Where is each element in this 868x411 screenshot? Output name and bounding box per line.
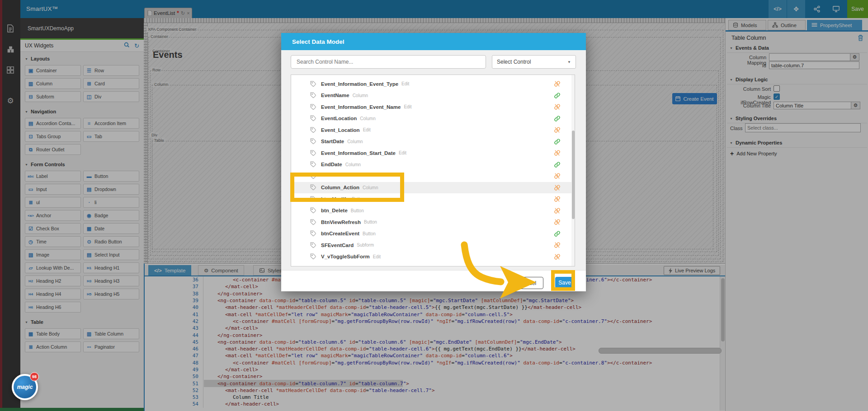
smartux-ide: SmartUX™ EventList * ↻ × </> ✥ Save ⚙ — [0, 0, 868, 411]
data-model-item-event-information-event-type[interactable]: Event_Information_Event_TypeEdit — [291, 78, 575, 90]
tag-icon — [310, 196, 317, 202]
unlink-icon[interactable] — [554, 242, 561, 249]
unlink-icon[interactable] — [554, 173, 561, 180]
item-type: Button — [364, 220, 377, 224]
item-name: Event_Location — [321, 127, 360, 133]
data-model-item-column-action[interactable]: Column_ActionColumn — [291, 182, 575, 194]
tag-icon — [310, 138, 317, 145]
unlink-icon[interactable] — [554, 219, 561, 226]
item-type: Column — [347, 139, 363, 144]
data-model-list: Event_Information_Event_TypeEditEventNam… — [291, 75, 575, 266]
tag-icon — [310, 92, 317, 98]
item-name: EventLocation — [321, 116, 357, 121]
tag-icon — [310, 219, 317, 225]
unlink-icon[interactable] — [554, 253, 561, 261]
item-name: Column_Action — [321, 185, 359, 190]
data-model-item-enddate[interactable]: EndDateColumn — [291, 159, 575, 171]
item-type: Edit — [399, 150, 406, 155]
tag-icon — [310, 253, 317, 260]
data-model-item-eventname[interactable]: EventNameColumn — [291, 90, 575, 102]
search-control-input[interactable] — [291, 55, 486, 69]
tag-icon — [310, 104, 317, 110]
unlink-icon[interactable] — [554, 196, 561, 203]
item-name: Event_Information_Start_Date — [321, 150, 396, 156]
unlink-icon[interactable] — [554, 207, 561, 215]
tag-icon — [310, 242, 317, 248]
cancel-button[interactable]: Cancel — [512, 277, 543, 289]
item-name: StartDate — [321, 139, 344, 144]
link-icon[interactable] — [554, 161, 561, 168]
unlink-icon[interactable] — [554, 149, 561, 157]
data-model-item-startdate[interactable]: StartDateColumn — [291, 136, 575, 148]
item-name: EndDate — [321, 162, 342, 167]
item-name: btnCreateEvent — [321, 231, 359, 236]
data-model-item-sfeventcard[interactable]: SFEventCardSubform — [291, 239, 575, 251]
chevron-down-icon: ▼ — [567, 60, 571, 64]
data-model-item-btncreateevent[interactable]: btnCreateEventButton — [291, 228, 575, 240]
data-model-item-v-vtogglesubform[interactable]: V_vToggleSubFormEdit — [291, 251, 575, 263]
item-type: Edit — [404, 104, 411, 109]
select-data-model-dialog: Select Data Model Select Control ▼ Event… — [281, 33, 586, 291]
tag-icon — [310, 184, 317, 191]
item-name: btn_Delete — [321, 208, 348, 213]
tag-icon — [310, 81, 317, 87]
link-icon[interactable] — [554, 92, 561, 99]
item-type: Subform — [357, 243, 374, 248]
link-icon[interactable] — [554, 138, 561, 145]
notification-badge: 98 — [30, 372, 39, 381]
item-type: Column — [363, 185, 378, 190]
unlink-icon[interactable] — [554, 80, 561, 88]
tag-icon — [310, 161, 317, 168]
tag-icon — [310, 115, 317, 121]
item-type: Column — [360, 116, 375, 121]
item-type: Edit — [363, 127, 371, 132]
dialog-title: Select Data Model — [292, 38, 344, 45]
tag-icon — [310, 173, 317, 179]
item-type: Edit — [401, 81, 409, 86]
item-name: Event_Information_Event_Type — [321, 81, 398, 87]
link-icon[interactable] — [554, 115, 561, 122]
item-name: BtnViewRefresh — [321, 220, 361, 225]
item-name: Event_Information_Event_Name — [321, 104, 401, 110]
item-name: EventName — [321, 93, 349, 98]
link-icon[interactable] — [554, 230, 561, 238]
tag-icon — [310, 150, 317, 156]
unlink-icon[interactable] — [554, 126, 561, 134]
data-model-item-event-location[interactable]: Event_LocationEdit — [291, 124, 575, 136]
item-name: V_vToggleSubForm — [321, 254, 370, 259]
data-model-item-event-information-start-date[interactable]: Event_Information_Start_DateEdit — [291, 147, 575, 159]
item-type: Button — [352, 196, 365, 201]
item-name: btn_Modify — [321, 196, 349, 202]
data-model-item-btn-modify[interactable]: btn_ModifyButton — [291, 193, 575, 205]
item-type: Column — [353, 93, 368, 98]
tag-icon — [310, 230, 317, 237]
list-scrollbar[interactable] — [571, 75, 575, 266]
tag-icon — [310, 207, 317, 214]
item-type: Column — [345, 162, 361, 167]
unlink-icon[interactable] — [554, 184, 561, 191]
data-model-item-obscured[interactable] — [291, 170, 575, 182]
item-name: SFEventCard — [321, 243, 354, 248]
item-type: Button — [363, 231, 376, 236]
unlink-icon[interactable] — [554, 103, 561, 111]
data-model-item-eventlocation[interactable]: EventLocationColumn — [291, 113, 575, 125]
data-model-item-event-information-event-name[interactable]: Event_Information_Event_NameEdit — [291, 101, 575, 113]
item-type: Button — [351, 208, 364, 213]
data-model-item-btn-delete[interactable]: btn_DeleteButton — [291, 205, 575, 217]
data-model-item-btnviewrefresh[interactable]: BtnViewRefreshButton — [291, 216, 575, 228]
dialog-save-button[interactable]: Save — [555, 277, 574, 288]
select-control-dropdown[interactable]: Select Control ▼ — [492, 55, 576, 69]
tag-icon — [310, 127, 317, 133]
dialog-header: Select Data Model — [281, 33, 586, 50]
item-type: Edit — [373, 254, 381, 259]
